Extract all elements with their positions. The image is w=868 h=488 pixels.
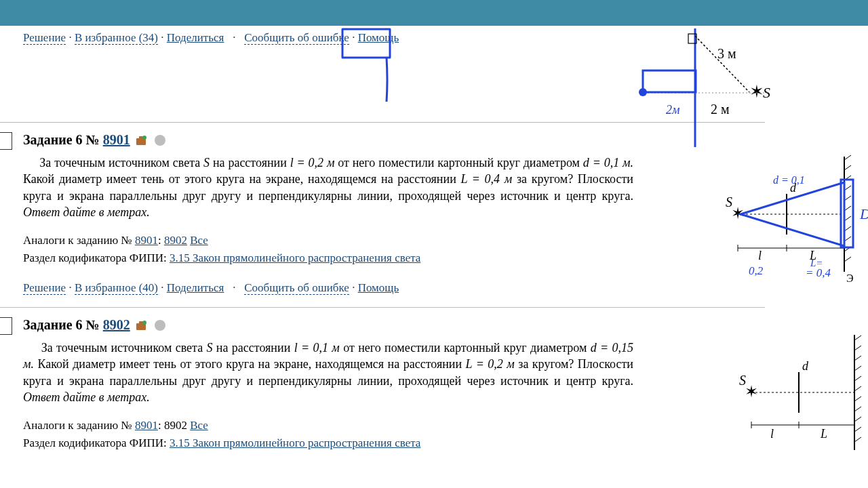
analogs-row: Аналоги к заданию № 8901: 8902 Все [23, 234, 760, 247]
task-8902: Задание 6 № 8902 За точечным источником … [0, 308, 868, 460]
analog-current: 8902 [164, 419, 187, 432]
svg-line-53 [854, 376, 861, 381]
share-link[interactable]: Поделиться [167, 281, 224, 294]
svg-line-59 [854, 437, 861, 442]
svg-text:✶: ✶ [745, 383, 758, 401]
top-bar [0, 0, 868, 26]
figure-8902: ✶ S d l L [739, 335, 868, 457]
svg-text:L: L [820, 427, 827, 441]
separator: · [227, 31, 241, 44]
svg-text:Э: Э [846, 272, 854, 284]
report-bug-link[interactable]: Сообщить об ошибке [244, 31, 349, 45]
svg-line-52 [854, 366, 861, 371]
svg-text:d = 0,1: d = 0,1 [773, 174, 805, 186]
svg-line-25 [844, 257, 851, 262]
svg-line-16 [844, 165, 851, 170]
separator: · [68, 31, 75, 44]
svg-text:D: D [859, 205, 868, 222]
svg-text:l: l [758, 249, 762, 262]
svg-line-55 [854, 396, 861, 401]
figure-8901: ✶ S d l L Э d = 0,1 D 0,2 L= = 0,4 [726, 150, 868, 285]
task-8901: Задание 6 № 8901 За точечным источником … [0, 123, 868, 307]
briefcase-icon[interactable] [135, 319, 147, 329]
gray-indicator-icon[interactable] [155, 135, 165, 146]
kodifikator-row: Раздел кодификатора ФИПИ: 3.15 Закон пря… [23, 436, 760, 450]
svg-line-57 [854, 417, 861, 422]
problem-text: За точечным источником света S на рассто… [23, 155, 633, 220]
kodifikator-row: Раздел кодификатора ФИПИ: 3.15 Закон пря… [23, 251, 760, 265]
svg-line-15 [844, 155, 851, 160]
analog-link-1[interactable]: 8901 [135, 419, 158, 432]
analogs-row: Аналоги к заданию № 8901: 8902 Все [23, 419, 760, 432]
separator: · [352, 31, 358, 44]
svg-rect-8 [643, 70, 696, 92]
svg-text:S: S [763, 84, 770, 101]
content: Решение · В избранное (34) · Поделиться … [0, 26, 868, 460]
share-link[interactable]: Поделиться [167, 31, 224, 44]
kodifikator-link[interactable]: 3.15 Закон прямолинейного распространени… [170, 436, 420, 449]
separator: · [161, 31, 167, 44]
kodifikator-link[interactable]: 3.15 Закон прямолинейного распространени… [170, 251, 420, 264]
task-label: Задание 6 [23, 132, 83, 147]
task-title: Задание 6 № 8902 [23, 317, 760, 340]
index-box [0, 317, 12, 335]
svg-text:3 м: 3 м [717, 46, 736, 61]
svg-text:2м: 2м [666, 103, 680, 117]
svg-text:S: S [726, 195, 732, 209]
svg-point-47 [142, 321, 146, 325]
task-title: Задание 6 № 8901 [23, 132, 760, 155]
svg-line-54 [854, 386, 861, 391]
svg-text:d: d [802, 359, 809, 373]
task-id-link[interactable]: 8902 [103, 317, 130, 332]
help-link[interactable]: Помощь [358, 31, 399, 44]
svg-text:2 м: 2 м [711, 102, 730, 117]
svg-point-13 [142, 136, 146, 140]
task-actions-prev: Решение · В избранное (34) · Поделиться … [0, 26, 868, 47]
svg-line-56 [854, 407, 861, 411]
favorite-link[interactable]: В избранное (40) [75, 281, 158, 295]
svg-text:S: S [739, 373, 746, 388]
task-num-prefix: № [86, 317, 100, 332]
index-box [0, 132, 12, 150]
task-id-link[interactable]: 8901 [103, 132, 130, 147]
analogs-all-link[interactable]: Все [190, 419, 208, 432]
gray-indicator-icon[interactable] [155, 320, 165, 331]
help-link[interactable]: Помощь [358, 281, 399, 294]
svg-point-9 [639, 88, 647, 96]
svg-line-49 [854, 336, 861, 340]
analog-link-1[interactable]: 8901 [135, 234, 158, 247]
svg-text:✶: ✶ [749, 82, 764, 102]
favorite-link[interactable]: В избранное (34) [75, 31, 158, 45]
solution-link[interactable]: Решение [23, 31, 66, 45]
svg-text:l: l [770, 427, 774, 441]
report-bug-link[interactable]: Сообщить об ошибке [244, 281, 349, 295]
svg-text:0,2: 0,2 [749, 264, 764, 277]
task-label: Задание 6 [23, 317, 83, 332]
svg-text:= 0,4: = 0,4 [806, 266, 831, 279]
svg-line-50 [854, 346, 861, 350]
solution-link[interactable]: Решение [23, 281, 66, 295]
briefcase-icon[interactable] [135, 134, 147, 144]
analog-link-2[interactable]: 8902 [164, 234, 187, 247]
task-actions-8901: Решение · В избранное (40) · Поделиться … [23, 276, 760, 298]
analogs-all-link[interactable]: Все [190, 234, 208, 247]
problem-text: За точечным источником света S на рассто… [23, 340, 633, 405]
task-num-prefix: № [86, 132, 100, 147]
svg-line-51 [854, 356, 861, 361]
svg-line-58 [854, 427, 861, 432]
svg-rect-39 [841, 180, 853, 247]
